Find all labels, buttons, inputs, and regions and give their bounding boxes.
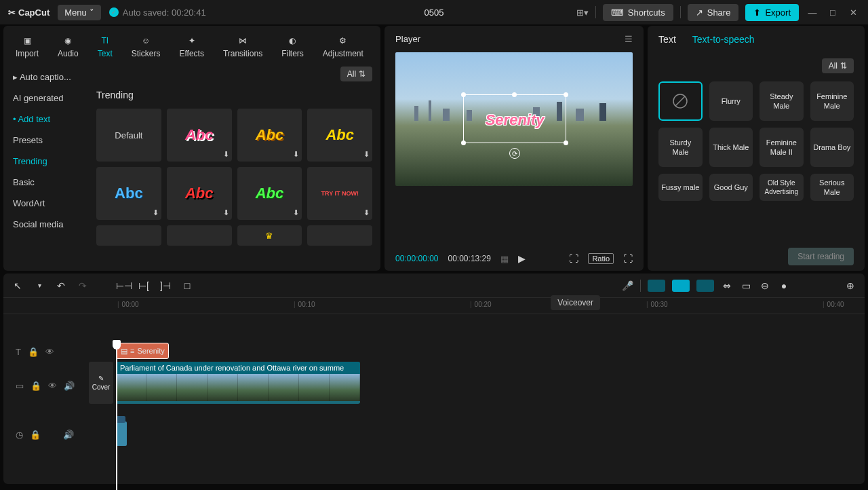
timeline-ruler[interactable]: 00:00 00:10 00:20 00:30 00:40 <box>3 298 865 314</box>
menu-button[interactable]: Menu ˅ <box>58 5 101 20</box>
filters-icon: ◐ <box>285 34 299 48</box>
voice-sturdy-male[interactable]: Sturdy Male <box>658 128 702 167</box>
text-clip[interactable]: ▤ ≡ Serenity <box>116 343 169 359</box>
tab-filters[interactable]: ◐Filters <box>272 31 313 61</box>
download-icon: ⬇ <box>293 208 299 217</box>
project-title: 0505 <box>425 7 444 18</box>
track-video-icon[interactable]: ▭ <box>16 381 24 391</box>
voice-fussy-male[interactable]: Fussy male <box>658 174 702 201</box>
zoom-slider[interactable]: ● <box>778 280 790 291</box>
rp-tab-text[interactable]: Text <box>658 34 676 50</box>
sidebar-basic[interactable]: Basic <box>3 172 88 193</box>
sidebar-ai-generated[interactable]: AI generated <box>3 88 88 109</box>
tab-effects[interactable]: ✦Effects <box>170 31 213 61</box>
crop-icon[interactable]: ⛶ <box>569 253 578 264</box>
preset-item[interactable]: Abc⬇ <box>237 167 302 220</box>
link-icon[interactable]: ⇔ <box>721 280 733 291</box>
voice-drama-boy[interactable]: Drama Boy <box>810 128 854 167</box>
sidebar-auto-captions[interactable]: ▸ Auto captio... <box>3 67 88 88</box>
cursor-tool[interactable]: ↖ <box>12 280 24 291</box>
sidebar-add-text[interactable]: • Add text <box>3 109 88 130</box>
tab-audio[interactable]: ◉Audio <box>48 31 88 61</box>
preview-icon[interactable]: ▭ <box>740 280 752 291</box>
track-lock-icon[interactable]: 🔒 <box>30 430 41 440</box>
preset-item[interactable]: Abc⬇ <box>167 167 232 220</box>
sidebar-trending[interactable]: Trending <box>3 151 88 172</box>
download-icon: ⬇ <box>363 150 370 159</box>
sidebar-wordart[interactable]: WordArt <box>3 193 88 214</box>
share-button[interactable]: ↗ Share <box>688 4 739 21</box>
minimize-button[interactable]: — <box>806 7 819 18</box>
layout-icon[interactable]: ⊞▾ <box>576 7 589 18</box>
preset-item[interactable]: Abc⬇ <box>307 109 372 162</box>
preset-item[interactable] <box>167 225 232 246</box>
sidebar-social-media[interactable]: Social media <box>3 214 88 235</box>
voice-feminine-male-2[interactable]: Feminine Male II <box>760 128 803 167</box>
ratio-button[interactable]: Ratio <box>588 253 614 264</box>
track-eye-icon[interactable]: 👁 <box>48 381 57 391</box>
voice-steady-male[interactable]: Steady Male <box>760 81 803 121</box>
preset-item[interactable]: TRY IT NOW!⬇ <box>307 167 372 220</box>
cursor-dropdown[interactable]: ▾ <box>33 282 45 289</box>
track-eye-icon[interactable]: 👁 <box>45 347 54 357</box>
levels-icon[interactable]: ▦ <box>500 254 509 264</box>
video-clip[interactable]: Parliament of Canada under renovation an… <box>116 362 360 404</box>
tab-stickers[interactable]: ☺Stickers <box>122 31 170 61</box>
mic-icon[interactable]: 🎤 <box>621 280 633 291</box>
tab-adjustment[interactable]: ⚙Adjustment <box>313 31 373 61</box>
redo-button[interactable]: ↷ <box>77 280 89 291</box>
zoom-out-icon[interactable]: ⊖ <box>759 280 771 291</box>
voice-feminine-male[interactable]: Feminine Male <box>810 81 854 121</box>
voice-all-filter[interactable]: All ⇅ <box>822 58 854 73</box>
trim-right-tool[interactable]: ]⊣ <box>159 280 172 291</box>
all-filter-button[interactable]: All ⇅ <box>340 67 372 81</box>
voice-flurry[interactable]: Flurry <box>709 81 753 121</box>
preset-item[interactable] <box>307 225 372 246</box>
voice-old-style[interactable]: Old Style Advertising <box>760 174 803 201</box>
voice-serious-male[interactable]: Serious Male <box>810 174 854 201</box>
voice-thick-male[interactable]: Thick Male <box>709 128 753 167</box>
rp-tab-tts[interactable]: Text-to-speech <box>692 34 755 50</box>
fullscreen-icon[interactable]: ⛶ <box>623 253 633 264</box>
preset-item[interactable]: ♛ <box>237 225 302 246</box>
play-button[interactable]: ▶ <box>518 253 526 264</box>
start-reading-button[interactable]: Start reading <box>788 248 854 265</box>
player-menu-icon[interactable]: ☰ <box>625 34 633 44</box>
tab-import[interactable]: ▣Import <box>6 31 48 61</box>
import-icon: ▣ <box>20 34 34 48</box>
preset-item[interactable]: Abc⬇ <box>96 167 161 220</box>
preset-default[interactable]: Default <box>96 109 161 162</box>
track-text-icon[interactable]: T <box>16 347 21 357</box>
split-tool[interactable]: ⊢⊣ <box>116 280 128 291</box>
text-overlay-box[interactable]: Serenity ⟳ <box>463 94 566 143</box>
shortcuts-button[interactable]: ⌨ Shortcuts <box>603 4 673 21</box>
close-button[interactable]: ✕ <box>846 7 860 18</box>
track-mute-icon[interactable]: 🔊 <box>64 381 75 391</box>
magnet-tool-2[interactable] <box>672 280 690 292</box>
preset-item[interactable]: Abc⬇ <box>237 109 302 162</box>
track-audio-icon[interactable]: ◷ <box>16 430 23 440</box>
playhead[interactable] <box>116 341 117 490</box>
tab-text[interactable]: TIText <box>88 31 122 61</box>
track-lock-icon[interactable]: 🔒 <box>31 381 41 391</box>
maximize-button[interactable]: □ <box>826 7 840 18</box>
tab-transitions[interactable]: ⋈Transitions <box>214 31 272 61</box>
sidebar-presets[interactable]: Presets <box>3 130 88 151</box>
trim-left-tool[interactable]: ⊢[ <box>138 280 150 291</box>
video-preview[interactable]: Serenity ⟳ <box>395 52 633 186</box>
preset-item[interactable]: Abc⬇ <box>167 109 232 162</box>
voice-none[interactable] <box>658 81 702 121</box>
undo-button[interactable]: ↶ <box>55 280 67 291</box>
voice-good-guy[interactable]: Good Guy <box>709 174 753 201</box>
rotate-handle[interactable]: ⟳ <box>509 148 520 159</box>
track-mute-icon[interactable]: 🔊 <box>63 430 74 440</box>
preset-item[interactable] <box>96 225 161 246</box>
magnet-tool-1[interactable] <box>648 280 665 292</box>
cover-button[interactable]: ✎Cover <box>89 362 113 404</box>
crop-tool[interactable]: □ <box>181 280 193 291</box>
zoom-in-icon[interactable]: ⊕ <box>844 280 856 291</box>
audio-clip[interactable] <box>116 421 127 446</box>
track-lock-icon[interactable]: 🔒 <box>28 347 39 357</box>
export-button[interactable]: ⬆ Export <box>745 4 799 21</box>
magnet-tool-3[interactable] <box>696 280 714 292</box>
